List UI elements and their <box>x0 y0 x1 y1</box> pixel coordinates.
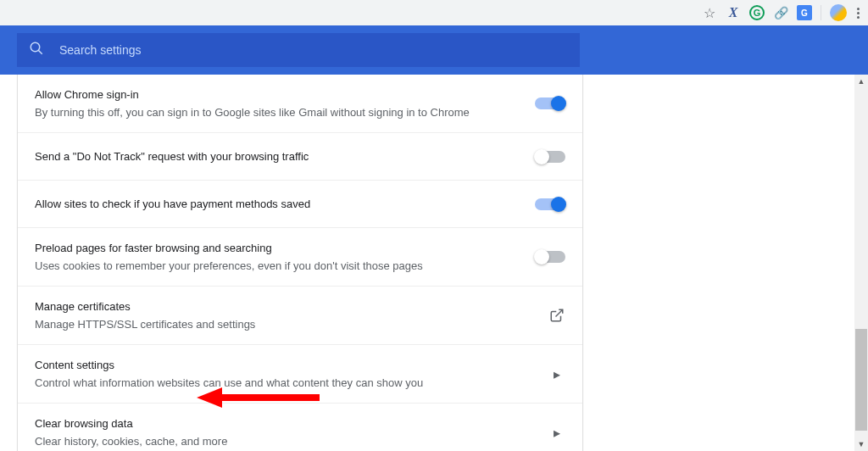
vertical-scrollbar[interactable]: ▲ ▼ <box>854 75 868 451</box>
search-icon <box>29 41 44 59</box>
toolbar-divider <box>821 5 821 20</box>
scroll-up-icon[interactable]: ▲ <box>854 75 868 88</box>
row-text: Allow Chrome sign-in By turning this off… <box>35 86 535 120</box>
row-title: Content settings <box>35 357 538 374</box>
row-preload-pages: Preload pages for faster browsing and se… <box>18 228 582 287</box>
row-text: Clear browsing data Clear history, cooki… <box>35 415 548 449</box>
svg-line-1 <box>38 50 42 54</box>
extension-x-icon[interactable]: X <box>726 5 741 20</box>
toggle-do-not-track[interactable] <box>535 151 565 163</box>
svg-line-2 <box>556 309 563 316</box>
link-extension-icon[interactable]: 🔗 <box>773 5 788 20</box>
toggle-payment-methods[interactable] <box>535 198 565 210</box>
row-text: Preload pages for faster browsing and se… <box>35 240 535 274</box>
row-desc: Uses cookies to remember your preference… <box>35 258 525 275</box>
scroll-thumb[interactable] <box>855 329 867 431</box>
row-desc: By turning this off, you can sign in to … <box>35 104 525 121</box>
row-text: Content settings Control what informatio… <box>35 357 548 391</box>
chevron-right-icon: ▸ <box>548 365 565 382</box>
row-title: Allow Chrome sign-in <box>35 86 525 103</box>
row-payment-methods: Allow sites to check if you have payment… <box>18 181 582 228</box>
chrome-menu-icon[interactable] <box>855 6 861 20</box>
row-manage-certificates[interactable]: Manage certificates Manage HTTPS/SSL cer… <box>18 287 582 345</box>
chevron-right-icon: ▸ <box>548 424 565 441</box>
row-text: Send a "Do Not Track" request with your … <box>35 148 535 165</box>
row-allow-chrome-signin: Allow Chrome sign-in By turning this off… <box>18 75 582 133</box>
row-title: Send a "Do Not Track" request with your … <box>35 148 525 165</box>
row-desc: Clear history, cookies, cache, and more <box>35 433 538 450</box>
settings-card: Allow Chrome sign-in By turning this off… <box>17 75 583 451</box>
row-title: Manage certificates <box>35 298 538 315</box>
row-desc: Manage HTTPS/SSL certificates and settin… <box>35 316 538 333</box>
bookmark-star-icon[interactable]: ☆ <box>702 5 717 20</box>
browser-toolbar: ☆ X G 🔗 G <box>0 0 868 25</box>
google-translate-icon[interactable]: G <box>797 5 812 20</box>
toggle-preload[interactable] <box>535 251 565 263</box>
row-do-not-track: Send a "Do Not Track" request with your … <box>18 133 582 181</box>
svg-point-0 <box>31 42 40 52</box>
row-content-settings[interactable]: Content settings Control what informatio… <box>18 345 582 404</box>
row-desc: Control what information websites can us… <box>35 375 538 392</box>
scroll-down-icon[interactable]: ▼ <box>854 437 868 451</box>
row-title: Clear browsing data <box>35 415 538 432</box>
search-input[interactable] <box>59 43 568 57</box>
settings-content: Allow Chrome sign-in By turning this off… <box>0 75 868 451</box>
profile-avatar[interactable] <box>830 4 847 21</box>
open-external-icon <box>548 307 565 324</box>
row-title: Allow sites to check if you have payment… <box>35 196 525 213</box>
grammarly-icon[interactable]: G <box>749 5 765 20</box>
row-text: Manage certificates Manage HTTPS/SSL cer… <box>35 298 548 332</box>
settings-header <box>0 25 868 75</box>
toggle-allow-signin[interactable] <box>535 97 565 109</box>
row-text: Allow sites to check if you have payment… <box>35 196 535 213</box>
row-title: Preload pages for faster browsing and se… <box>35 240 525 257</box>
row-clear-browsing-data[interactable]: Clear browsing data Clear history, cooki… <box>18 404 582 451</box>
search-bar[interactable] <box>17 33 580 67</box>
